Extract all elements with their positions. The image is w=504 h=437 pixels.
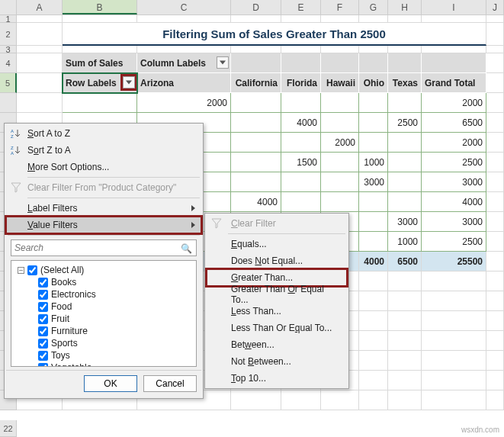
data-cell[interactable]: 1000 [388, 232, 422, 252]
data-cell[interactable]: 3000 [422, 172, 486, 192]
search-input[interactable] [11, 239, 197, 256]
data-cell[interactable] [281, 133, 321, 153]
data-cell[interactable] [388, 133, 422, 153]
data-cell[interactable] [231, 113, 281, 133]
filter-checkbox[interactable] [38, 363, 48, 368]
sort-z-to-a[interactable]: ZA Sort Z to A [6, 142, 201, 159]
data-cell[interactable] [359, 232, 388, 252]
data-cell[interactable]: 2500 [388, 113, 422, 133]
filter-checklist[interactable]: –(Select All)BooksElectronicsFoodFruitFu… [11, 260, 197, 367]
data-cell[interactable]: 2000 [422, 93, 486, 113]
data-cell[interactable] [321, 113, 359, 133]
data-cell[interactable] [388, 192, 422, 212]
column-labels-filter-button[interactable] [217, 56, 229, 69]
col-header-F[interactable]: F [321, 0, 359, 14]
filter-item[interactable]: Books [14, 276, 193, 288]
data-cell[interactable] [231, 172, 281, 192]
expand-icon[interactable]: – [18, 267, 24, 274]
data-cell[interactable]: 3000 [422, 212, 486, 232]
data-cell[interactable] [321, 192, 359, 212]
row-header-5[interactable]: 5 [0, 73, 17, 93]
row-labels-filter-button[interactable] [123, 76, 135, 88]
row-labels-header[interactable]: Row Labels [63, 73, 137, 93]
row-label-cell[interactable] [63, 93, 137, 113]
column-labels-header[interactable]: Column Labels [137, 53, 231, 73]
data-cell[interactable]: 2000 [321, 133, 359, 153]
data-cell[interactable]: 4000 [281, 113, 321, 133]
filter-top-10[interactable]: Top 10... [207, 370, 347, 387]
data-cell[interactable] [388, 172, 422, 192]
filter-checkbox[interactable] [38, 326, 48, 336]
filter-less-than[interactable]: Less Than... [207, 303, 347, 320]
data-cell[interactable] [359, 212, 388, 232]
filter-item[interactable]: Toys [14, 349, 193, 361]
col-texas[interactable]: Texas [388, 73, 422, 93]
row-header-3[interactable]: 3 [0, 46, 17, 53]
filter-gte[interactable]: Greater Than Or Equal To... [207, 286, 347, 303]
data-cell[interactable]: 4000 [422, 192, 486, 212]
filter-item[interactable]: Sports [14, 337, 193, 349]
filter-checkbox[interactable] [27, 265, 37, 275]
row-header-4[interactable]: 4 [0, 53, 17, 73]
row-header[interactable] [0, 93, 17, 113]
data-cell[interactable] [281, 93, 321, 113]
filter-item[interactable]: Electronics [14, 288, 193, 300]
col-grand-total[interactable]: Grand Total [422, 73, 486, 93]
data-cell[interactable]: 4000 [231, 192, 281, 212]
col-header-I[interactable]: I [422, 0, 486, 14]
data-cell[interactable] [231, 93, 281, 113]
filter-checkbox[interactable] [38, 278, 48, 288]
data-cell[interactable] [321, 153, 359, 172]
col-header-J[interactable]: J [486, 0, 504, 14]
data-cell[interactable] [359, 192, 388, 212]
filter-item[interactable]: Vegetable [14, 361, 193, 367]
col-header-A[interactable]: A [17, 0, 63, 14]
col-header-C[interactable]: C [137, 0, 231, 14]
data-cell[interactable]: 2500 [422, 153, 486, 172]
more-sort-options[interactable]: More Sort Options... [6, 159, 201, 175]
col-header-G[interactable]: G [359, 0, 388, 14]
data-cell[interactable]: 2000 [422, 133, 486, 153]
filter-between[interactable]: Between... [207, 336, 347, 353]
data-cell[interactable] [281, 192, 321, 212]
filter-item[interactable]: Furniture [14, 325, 193, 337]
data-cell[interactable]: 2000 [137, 93, 231, 113]
label-filters[interactable]: Label Filters [6, 200, 201, 217]
filter-checkbox[interactable] [38, 314, 48, 324]
col-ohio[interactable]: Ohio [359, 73, 388, 93]
data-cell[interactable] [321, 93, 359, 113]
ok-button[interactable]: OK [84, 375, 137, 392]
data-cell[interactable] [359, 133, 388, 153]
data-cell[interactable] [388, 93, 422, 113]
filter-checkbox[interactable] [38, 339, 48, 349]
data-cell[interactable]: 6500 [422, 113, 486, 133]
grand-total-cell[interactable]: 4000 [359, 252, 388, 272]
filter-checkbox[interactable] [38, 290, 48, 300]
value-filters[interactable]: Value Filters [6, 217, 201, 233]
data-cell[interactable]: 3000 [359, 172, 388, 192]
row-header-22[interactable]: 22 [0, 420, 17, 437]
filter-equals[interactable]: Equals... [207, 236, 347, 252]
col-header-D[interactable]: D [231, 0, 281, 14]
data-cell[interactable] [231, 133, 281, 153]
col-header-H[interactable]: H [388, 0, 422, 14]
grand-total-cell[interactable]: 6500 [388, 252, 422, 272]
grand-total-cell[interactable]: 25500 [422, 252, 486, 272]
filter-not-between[interactable]: Not Between... [207, 353, 347, 370]
filter-checkbox[interactable] [38, 302, 48, 312]
filter-item[interactable]: –(Select All) [14, 264, 193, 276]
row-header-2[interactable]: 2 [0, 23, 17, 46]
col-header-E[interactable]: E [281, 0, 321, 14]
col-california[interactable]: California [231, 73, 281, 93]
filter-lte[interactable]: Less Than Or Equal To... [207, 320, 347, 336]
data-cell[interactable]: 1000 [359, 153, 388, 172]
data-cell[interactable] [359, 93, 388, 113]
data-cell[interactable] [231, 153, 281, 172]
filter-item[interactable]: Food [14, 300, 193, 313]
col-arizona[interactable]: Arizona [137, 73, 231, 93]
data-cell[interactable] [281, 172, 321, 192]
data-cell[interactable]: 3000 [388, 212, 422, 232]
data-cell[interactable] [388, 153, 422, 172]
col-header-B[interactable]: B [63, 0, 137, 14]
data-cell[interactable]: 1500 [281, 153, 321, 172]
